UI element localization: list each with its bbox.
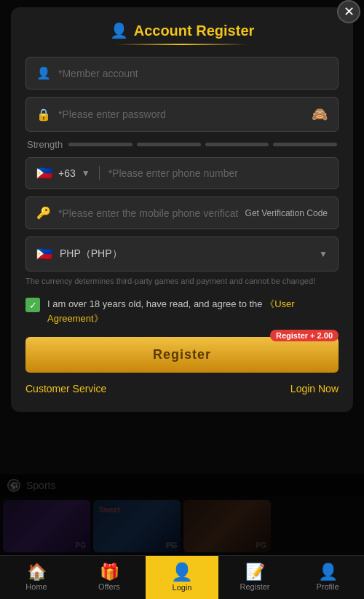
- country-chevron-icon[interactable]: ▼: [82, 168, 90, 178]
- verification-field: 🔑 Get Verification Code: [25, 197, 339, 229]
- nav-register-label: Register: [240, 582, 270, 591]
- strength-bar-2: [137, 143, 201, 146]
- strength-row: Strength: [25, 139, 339, 150]
- nav-register[interactable]: 📝 Register: [218, 556, 291, 599]
- bottom-links: Customer Service Login Now: [25, 383, 339, 394]
- currency-dropdown[interactable]: 🇵🇭 PHP（PHP） ▼: [25, 237, 339, 271]
- title-text: Account Register: [134, 23, 255, 39]
- age-checkbox[interactable]: ✓: [25, 298, 40, 312]
- get-code-button[interactable]: Get Verification Code: [245, 208, 328, 218]
- phone-input[interactable]: [108, 167, 328, 179]
- modal-title: 👤 Account Register: [25, 22, 339, 39]
- bottom-navigation: 🏠 Home 🎁 Offers 👤 Login 📝 Register 👤 Pro…: [0, 555, 364, 599]
- account-icon: 👤: [36, 66, 51, 80]
- lock-icon: 🔒: [36, 108, 51, 122]
- login-now-link[interactable]: Login Now: [290, 383, 339, 394]
- strength-bar-4: [273, 143, 337, 146]
- register-nav-icon: 📝: [245, 564, 265, 580]
- register-button-wrapper: Register + 2.00 Register: [25, 337, 339, 373]
- nav-login-label: Login: [173, 583, 192, 592]
- currency-note: The currency determines third-party game…: [25, 276, 339, 287]
- key-icon: 🔑: [36, 206, 51, 220]
- phone-flag: 🇵🇭: [36, 165, 52, 181]
- nav-home[interactable]: 🏠 Home: [0, 556, 73, 599]
- agreement-prefix: I am over 18 years old, have read, and a…: [47, 298, 265, 309]
- title-icon: 👤: [110, 22, 128, 39]
- member-account-field: 👤: [25, 57, 339, 90]
- strength-bars: [68, 143, 337, 146]
- modal-overlay: ✕ 👤 Account Register 👤 🔒 🙈 Strength: [0, 0, 364, 555]
- strength-label: Strength: [27, 139, 63, 150]
- register-badge: Register + 2.00: [270, 330, 339, 341]
- agreement-checkbox-row: ✓ I am over 18 years old, have read, and…: [25, 297, 339, 325]
- close-button[interactable]: ✕: [337, 0, 360, 23]
- agreement-text: I am over 18 years old, have read, and a…: [47, 297, 339, 325]
- phone-divider: [99, 166, 100, 181]
- close-icon: ✕: [344, 4, 355, 20]
- title-underline: [116, 44, 248, 45]
- nav-login[interactable]: 👤 Login: [146, 556, 218, 599]
- nav-home-label: Home: [25, 582, 47, 591]
- currency-flag: 🇵🇭: [36, 246, 52, 262]
- register-button[interactable]: Register: [25, 337, 339, 373]
- phone-field: 🇵🇭 +63 ▼: [25, 157, 339, 189]
- currency-text: PHP（PHP）: [60, 247, 312, 261]
- nav-profile[interactable]: 👤 Profile: [291, 556, 364, 599]
- check-icon: ✓: [29, 300, 37, 311]
- country-code: +63: [58, 167, 76, 179]
- currency-chevron-icon: ▼: [319, 249, 328, 259]
- strength-bar-3: [205, 143, 269, 146]
- home-icon: 🏠: [27, 564, 47, 580]
- nav-offers[interactable]: 🎁 Offers: [73, 556, 146, 599]
- member-account-input[interactable]: [58, 68, 328, 79]
- eye-icon[interactable]: 🙈: [312, 106, 328, 122]
- nav-offers-label: Offers: [98, 582, 120, 591]
- strength-bar-1: [68, 143, 132, 146]
- profile-icon: 👤: [318, 564, 338, 580]
- password-input[interactable]: [58, 108, 304, 120]
- login-icon: 👤: [171, 563, 193, 581]
- customer-service-link[interactable]: Customer Service: [25, 383, 106, 394]
- register-modal: ✕ 👤 Account Register 👤 🔒 🙈 Strength: [11, 7, 353, 412]
- password-field: 🔒 🙈: [25, 97, 339, 132]
- offers-icon: 🎁: [100, 564, 119, 580]
- verification-input[interactable]: [58, 207, 238, 219]
- nav-profile-label: Profile: [316, 582, 339, 591]
